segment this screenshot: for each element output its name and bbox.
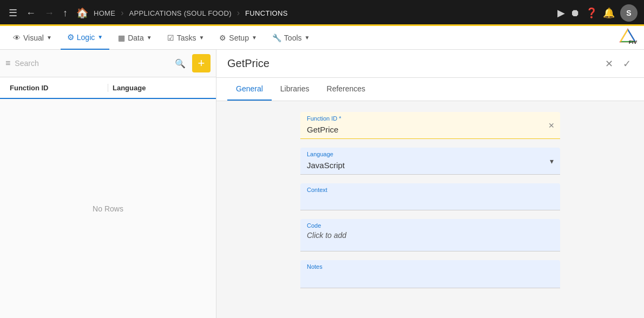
tabs-bar: General Libraries References: [216, 78, 644, 101]
code-field[interactable]: Code Click to add: [300, 219, 560, 251]
context-input[interactable]: [300, 194, 560, 210]
form-header-actions: ✕ ✓: [603, 56, 633, 72]
language-field[interactable]: Language ▾: [300, 148, 560, 175]
col-language: Language: [108, 84, 211, 92]
forward-icon[interactable]: →: [42, 5, 56, 21]
context-field: Context: [300, 183, 560, 210]
nav-setup-caret: ▼: [252, 35, 257, 41]
bell-icon[interactable]: 🔔: [603, 7, 615, 19]
breadcrumb-app[interactable]: APPLICATIONS (SOUL FOOD): [129, 9, 232, 17]
nav-visual[interactable]: 👁 Visual ▼: [6, 26, 58, 50]
nav-tools-caret: ▼: [305, 35, 310, 41]
code-label: Code: [307, 222, 554, 229]
nav-setup-label: Setup: [229, 34, 249, 42]
sep1: ›: [121, 8, 123, 18]
language-dropdown-icon[interactable]: ▾: [550, 157, 554, 165]
search-bar: ≡ 🔍 +: [0, 50, 216, 77]
no-rows-message: No Rows: [0, 99, 216, 318]
main-layout: ≡ 🔍 + Function ID Language No Rows GetPr…: [0, 50, 644, 318]
play-icon[interactable]: ▶: [557, 7, 565, 19]
search-input[interactable]: [15, 59, 168, 68]
eye-icon: 👁: [13, 34, 21, 42]
nav-tools[interactable]: 🔧 Tools ▼: [266, 26, 317, 50]
menu-icon[interactable]: ☰: [6, 5, 19, 21]
nav-visual-label: Visual: [23, 34, 44, 42]
close-button[interactable]: ✕: [603, 56, 615, 72]
add-button[interactable]: +: [192, 54, 211, 72]
avatar[interactable]: S: [620, 4, 638, 22]
language-label: Language: [300, 148, 560, 158]
logic-icon: ⚙: [67, 32, 74, 42]
function-id-input[interactable]: [300, 123, 560, 138]
tools-icon: 🔧: [272, 34, 281, 42]
code-click-label[interactable]: Click to add: [307, 231, 554, 240]
context-label: Context: [300, 183, 560, 194]
nav-setup[interactable]: ⚙ Setup ▼: [213, 26, 264, 50]
nav-tasks[interactable]: ☑ Tasks ▼: [161, 26, 211, 50]
five-logo: FIVE: [618, 27, 638, 49]
notes-label: Notes: [307, 263, 554, 270]
clear-function-id-icon[interactable]: ✕: [548, 121, 555, 130]
right-panel: GetPrice ✕ ✓ General Libraries Reference…: [216, 50, 644, 318]
table-header: Function ID Language: [0, 77, 216, 99]
language-input[interactable]: [300, 158, 560, 174]
breadcrumb: 🏠 HOME › APPLICATIONS (SOUL FOOD) › FUNC…: [74, 5, 288, 21]
sep2: ›: [237, 8, 240, 18]
topbar-actions: ▶ ⏺ ❓ 🔔 S: [557, 4, 638, 22]
search-icon[interactable]: 🔍: [173, 56, 188, 71]
function-id-field: Function ID ✕: [300, 112, 560, 139]
nav-tasks-label: Tasks: [177, 34, 196, 42]
grid-icon: ▦: [118, 34, 125, 42]
svg-text:FIVE: FIVE: [629, 38, 638, 44]
home-icon[interactable]: 🏠: [74, 5, 90, 21]
nav-tools-label: Tools: [284, 34, 302, 42]
nav-logic-caret: ▼: [97, 34, 103, 40]
form-title: GetPrice: [227, 57, 270, 70]
nav-data-label: Data: [128, 34, 144, 42]
function-id-label: Function ID: [300, 112, 560, 123]
back-icon[interactable]: ←: [24, 5, 38, 21]
setup-icon: ⚙: [219, 34, 226, 42]
nav-visual-caret: ▼: [47, 35, 52, 41]
breadcrumb-home[interactable]: HOME: [94, 9, 115, 17]
col-function-id: Function ID: [5, 84, 108, 92]
nav-data-caret: ▼: [147, 35, 152, 41]
notes-field[interactable]: Notes: [300, 260, 560, 288]
form-fields: Function ID ✕ Language ▾ Context: [300, 112, 560, 288]
left-panel: ≡ 🔍 + Function ID Language No Rows: [0, 50, 216, 318]
tab-references[interactable]: References: [318, 78, 374, 101]
secondary-nav: 👁 Visual ▼ ⚙ Logic ▼ ▦ Data ▼ ☑ Tasks ▼ …: [0, 26, 644, 50]
nav-tasks-caret: ▼: [199, 35, 204, 41]
nav-data[interactable]: ▦ Data ▼: [111, 26, 158, 50]
tab-libraries[interactable]: Libraries: [272, 78, 318, 101]
up-icon[interactable]: ↑: [61, 5, 70, 21]
filter-icon: ≡: [5, 58, 10, 68]
help-icon[interactable]: ❓: [586, 7, 597, 19]
confirm-button[interactable]: ✓: [621, 56, 633, 72]
tasks-icon: ☑: [167, 34, 174, 42]
tab-general[interactable]: General: [227, 78, 272, 101]
record-icon[interactable]: ⏺: [570, 8, 580, 19]
topbar: ☰ ← → ↑ 🏠 HOME › APPLICATIONS (SOUL FOOD…: [0, 0, 644, 26]
form-content: Function ID ✕ Language ▾ Context: [216, 101, 644, 318]
nav-logic[interactable]: ⚙ Logic ▼: [61, 26, 109, 50]
nav-logic-label: Logic: [77, 33, 95, 42]
breadcrumb-func[interactable]: FUNCTIONS: [245, 9, 288, 17]
form-header: GetPrice ✕ ✓: [216, 50, 644, 78]
